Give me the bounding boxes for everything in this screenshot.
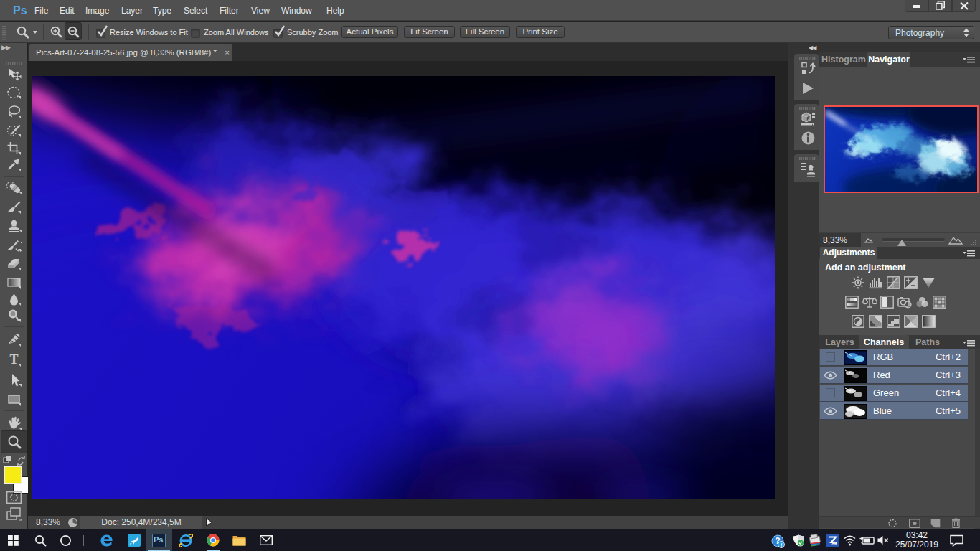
svg-text:T: T <box>9 353 18 367</box>
